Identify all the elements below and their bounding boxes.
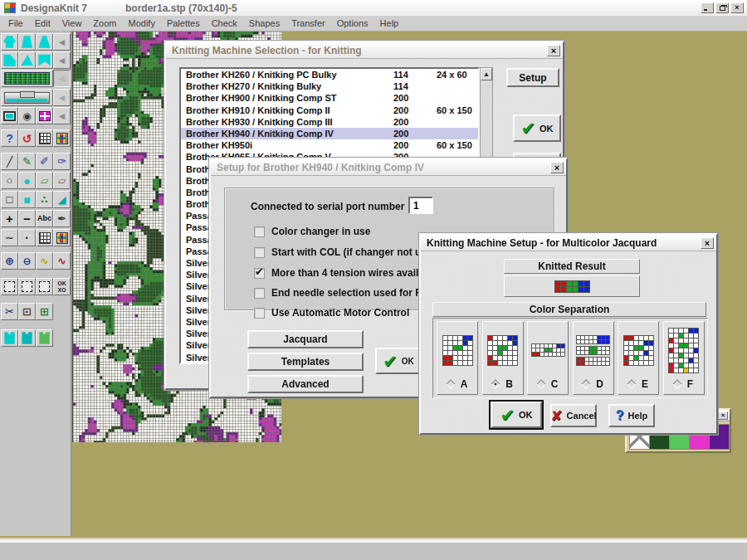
shape-piece-icon[interactable] xyxy=(1,51,18,69)
machine-list-row[interactable]: Brother KH270 / Knitking Bulky114 xyxy=(181,80,478,92)
menu-shapes[interactable]: Shapes xyxy=(243,17,286,30)
stamp-tool[interactable]: ⊡ xyxy=(18,303,36,320)
scroll-up-icon[interactable]: ▲ xyxy=(481,68,492,80)
machine-list-row[interactable]: Brother KH260 / Knitking PC Bulky11424 x… xyxy=(181,69,478,80)
insert-row-tool[interactable]: + xyxy=(1,210,18,227)
machine-list-row[interactable]: Brother KH900 / Knitking Comp ST200 xyxy=(181,92,478,104)
radio-unselected[interactable] xyxy=(446,379,455,388)
zoom-in-tool[interactable]: ⊕ xyxy=(1,252,18,270)
graphics-studio-button[interactable] xyxy=(1,107,18,124)
garment-sleeve-icon[interactable] xyxy=(18,33,36,51)
help-button[interactable]: ? Help xyxy=(608,404,655,427)
shape-wedge-icon[interactable] xyxy=(18,51,36,69)
checkbox-unchecked[interactable] xyxy=(254,247,265,258)
jacquard-button[interactable]: Jacquard xyxy=(247,330,364,348)
media-prev-arrow-icon[interactable]: ◄ xyxy=(53,107,71,124)
eraser-tool[interactable]: ▱ xyxy=(36,172,53,189)
garment-color-tool[interactable] xyxy=(36,329,53,347)
minimize-button[interactable] xyxy=(701,2,714,13)
grid-view-button[interactable] xyxy=(36,129,53,147)
machine-list-row[interactable]: Brother KH950i20060 x 150 xyxy=(181,139,478,151)
color-grid-button[interactable] xyxy=(53,129,71,147)
radio-unselected[interactable] xyxy=(627,379,636,388)
advanced-button[interactable]: Advanced xyxy=(247,375,364,393)
pixel-tool[interactable]: ▪ xyxy=(18,229,36,246)
yarn-thickness-tool[interactable]: ∿ xyxy=(36,252,53,270)
yarn-colors-button[interactable] xyxy=(36,107,53,124)
setup-button[interactable]: Setup xyxy=(506,68,559,87)
radio-selected[interactable] xyxy=(491,379,500,388)
background-eraser-tool[interactable]: ▱ xyxy=(53,172,71,189)
close-icon[interactable]: × xyxy=(718,411,728,420)
separation-option-b[interactable]: B xyxy=(482,321,524,395)
yarn-color-tool[interactable]: ∿ xyxy=(53,252,71,270)
close-icon[interactable]: × xyxy=(550,162,564,173)
mirror-tool[interactable]: OKXO xyxy=(53,278,71,295)
checkbox-unchecked[interactable] xyxy=(254,226,265,237)
filled-ellipse-tool[interactable]: ● xyxy=(18,172,36,189)
machine-prev-arrow-icon[interactable]: ◄ xyxy=(53,89,71,106)
separation-option-d[interactable]: D xyxy=(573,321,614,395)
brush-tool[interactable]: ✐ xyxy=(36,153,53,170)
shapes-prev-arrow-icon[interactable]: ◄ xyxy=(53,33,71,51)
menu-file[interactable]: File xyxy=(2,17,29,30)
stitch-prev-arrow-icon[interactable]: ◄ xyxy=(53,70,71,87)
fit-garment-tool[interactable] xyxy=(1,329,18,347)
radio-unselected[interactable] xyxy=(581,379,590,388)
text-tool[interactable]: Abc xyxy=(36,210,53,227)
rectangle-tool[interactable]: □ xyxy=(1,191,18,208)
ellipse-tool[interactable]: ○ xyxy=(1,172,18,189)
cancel-button[interactable]: ✘ Cancel xyxy=(550,404,597,427)
pattern-color-check-tool[interactable] xyxy=(53,229,71,246)
close-icon[interactable]: × xyxy=(701,237,714,249)
separation-option-c[interactable]: C xyxy=(527,321,569,395)
knitting-machine-button[interactable] xyxy=(1,89,53,106)
checkbox-checked[interactable]: ✔ xyxy=(254,268,265,279)
stitch-pattern-swatch-button[interactable] xyxy=(1,70,53,87)
select-fixed-tool[interactable] xyxy=(36,278,53,295)
menu-zoom[interactable]: Zoom xyxy=(87,17,122,30)
shape-curve-icon[interactable] xyxy=(36,51,53,69)
machine-list-row[interactable]: Brother KH930 / Knitking Comp III200 xyxy=(181,116,478,128)
checkbox-unchecked[interactable] xyxy=(254,308,265,319)
separation-option-f[interactable]: F xyxy=(663,321,705,395)
line-tool[interactable]: ╱ xyxy=(1,153,18,170)
zoom-out-tool[interactable]: ⊖ xyxy=(18,252,36,270)
undo-button[interactable]: ↺ xyxy=(18,129,36,147)
machine-list-row[interactable]: Brother KH910 / Knitking Comp II20060 x … xyxy=(181,105,478,116)
smudge-tool[interactable]: ∼ xyxy=(1,229,18,246)
separation-option-a[interactable]: A xyxy=(437,321,478,395)
ok-button[interactable]: ✔ OK xyxy=(491,402,542,428)
separation-option-e[interactable]: E xyxy=(618,321,659,395)
machine-list-row[interactable]: Brother KH940 / Knitking Comp IV200 xyxy=(181,128,478,139)
menu-check[interactable]: Check xyxy=(206,17,243,30)
close-icon[interactable]: × xyxy=(547,45,560,56)
camera-button[interactable]: ◉ xyxy=(18,107,36,124)
color-picker-tool[interactable]: ✒ xyxy=(53,210,71,227)
radio-unselected[interactable] xyxy=(672,379,681,388)
menu-palettes[interactable]: Palettes xyxy=(161,17,206,30)
move-garment-tool[interactable] xyxy=(18,329,36,347)
cut-tool[interactable]: ✂ xyxy=(1,303,18,320)
spray-tool[interactable]: ∴ xyxy=(36,191,53,208)
filled-rectangle-tool[interactable]: ■ xyxy=(18,191,36,208)
menu-options[interactable]: Options xyxy=(331,17,374,30)
pieces-prev-arrow-icon[interactable]: ◄ xyxy=(53,51,71,69)
serial-port-input[interactable] xyxy=(408,197,433,214)
delete-row-tool[interactable]: − xyxy=(18,210,36,227)
garment-skirt-icon[interactable] xyxy=(36,33,53,51)
menu-transfer[interactable]: Transfer xyxy=(286,17,331,30)
pattern-check-tool[interactable] xyxy=(36,229,53,246)
menu-edit[interactable]: Edit xyxy=(29,17,56,30)
radio-unselected[interactable] xyxy=(536,379,545,388)
menu-modify[interactable]: Modify xyxy=(122,17,160,30)
restore-button[interactable] xyxy=(715,2,729,13)
select-rect-tool[interactable] xyxy=(18,278,36,295)
paintbrush-tool[interactable]: ✑ xyxy=(53,153,71,170)
ok-button[interactable]: ✔ OK xyxy=(513,114,561,142)
garment-front-icon[interactable] xyxy=(1,33,18,51)
checkbox-unchecked[interactable] xyxy=(254,288,265,299)
close-button[interactable]: × xyxy=(730,2,744,13)
ok-button[interactable]: ✔ OK xyxy=(375,348,422,374)
templates-button[interactable]: Templates xyxy=(247,353,364,371)
